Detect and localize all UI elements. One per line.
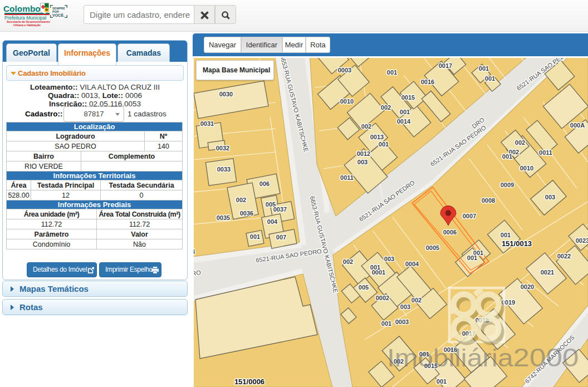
svg-text:0013: 0013 [370,134,384,140]
svg-text:007: 007 [276,234,286,241]
svg-text:VOCÊ.: VOCÊ. [52,13,65,17]
svg-text:0010: 0010 [340,98,354,105]
svg-text:0007: 0007 [463,213,476,219]
svg-text:000A: 000A [570,122,585,129]
svg-text:001: 001 [467,254,477,261]
svg-text:002: 002 [361,123,371,130]
svg-text:003: 003 [545,194,555,200]
svg-text:0011: 0011 [539,149,552,156]
svg-text:0020: 0020 [521,283,534,290]
svg-text:0021: 0021 [541,269,554,276]
svg-text:006: 006 [259,180,270,187]
svg-text:005: 005 [359,284,369,291]
svg-text:0037: 0037 [273,206,287,213]
svg-text:0036: 0036 [240,210,253,217]
svg-text:002: 002 [411,297,422,303]
svg-text:001: 001 [501,232,511,238]
svg-text:151/0006: 151/0006 [234,378,264,386]
svg-text:0016: 0016 [421,79,434,85]
svg-text:0009: 0009 [501,182,514,188]
svg-text:002: 002 [515,139,525,146]
svg-text:0030: 0030 [219,91,233,97]
svg-text:002: 002 [236,197,246,203]
svg-text:0015: 0015 [401,94,415,101]
svg-text:0032: 0032 [216,145,229,151]
svg-text:001: 001 [250,233,260,240]
svg-text:0003: 0003 [395,319,409,325]
svg-text:002: 002 [381,104,391,111]
svg-text:001: 001 [485,75,495,82]
svg-text:001: 001 [381,320,391,327]
svg-text:0035: 0035 [217,214,230,221]
svg-text:0017: 0017 [439,62,452,69]
svg-text:001: 001 [370,264,380,271]
svg-text:0033: 0033 [217,166,231,173]
svg-text:0008: 0008 [482,197,495,204]
svg-text:RO: RO [194,269,202,277]
svg-text:0010: 0010 [520,165,533,172]
svg-text:003: 003 [400,303,410,310]
svg-text:002: 002 [343,258,353,265]
svg-text:001: 001 [387,69,397,76]
svg-text:003: 003 [357,159,367,165]
svg-text:0012: 0012 [357,150,370,157]
svg-text:151/0013: 151/0013 [502,239,532,248]
svg-text:0004: 0004 [405,261,419,267]
svg-text:0011: 0011 [340,174,354,181]
svg-text:0022: 0022 [557,253,571,259]
svg-text:0031: 0031 [200,120,214,127]
svg-text:001: 001 [502,153,512,160]
svg-text:Imobiliária2000: Imobiliária2000 [387,343,579,372]
svg-text:001: 001 [400,109,410,115]
svg-text:0003: 0003 [338,67,351,74]
svg-text:0005: 0005 [426,244,439,251]
svg-text:003: 003 [384,256,394,262]
svg-text:0006: 0006 [443,229,457,236]
svg-text:001: 001 [437,378,447,385]
svg-text:001: 001 [479,65,489,72]
svg-text:001: 001 [379,141,389,148]
svg-text:004: 004 [267,218,278,225]
svg-text:0014: 0014 [397,118,411,125]
svg-text:0023: 0023 [576,237,588,244]
svg-text:0002: 0002 [376,295,389,301]
